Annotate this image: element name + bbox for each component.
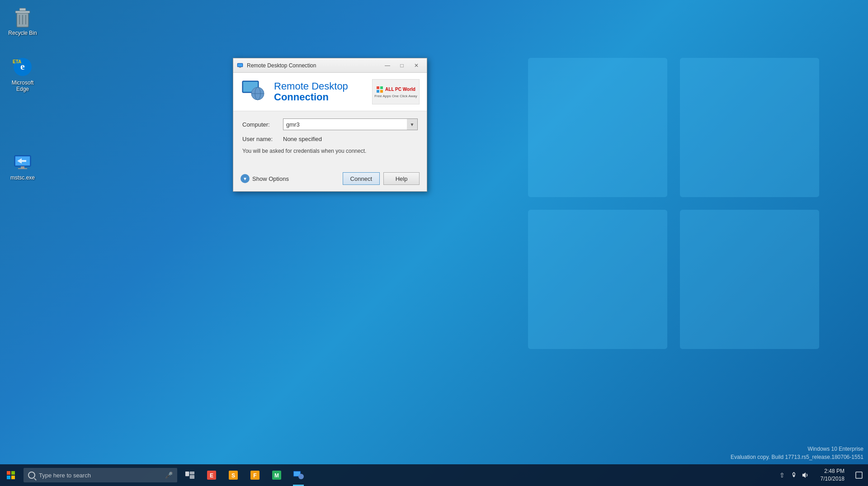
volume-icon[interactable] — [801, 471, 810, 480]
taskbar-app-2[interactable]: S — [222, 464, 244, 486]
svg-text:M: M — [274, 472, 279, 479]
taskbar-app-4[interactable]: M — [266, 464, 288, 486]
dialog-main-title-line2: Connection — [274, 92, 372, 103]
maximize-button[interactable]: □ — [395, 61, 409, 71]
system-tray: ⇧ — [773, 471, 815, 480]
dialog-titlebar-icon — [237, 62, 244, 69]
username-value: None specified — [283, 136, 322, 142]
dialog-titlebar: Remote Desktop Connection — □ ✕ — [233, 58, 427, 73]
dialog-header: Remote Desktop Connection ALL PC World F… — [233, 73, 427, 111]
svg-text:BETA: BETA — [13, 59, 21, 64]
username-label: User name: — [242, 136, 283, 142]
taskbar-app-3[interactable]: F — [244, 464, 266, 486]
svg-text:E: E — [210, 472, 213, 479]
watermark: Windows 10 Enterprise Evaluation copy. B… — [731, 445, 863, 461]
close-button[interactable]: ✕ — [410, 61, 423, 71]
svg-rect-3 — [680, 210, 819, 349]
svg-rect-18 — [238, 64, 242, 66]
desktop: Recycle Bin e BETA Microsoft Edge mstsc.… — [0, 0, 868, 486]
badge-title: ALL PC World — [385, 87, 415, 92]
svg-rect-30 — [11, 471, 15, 475]
info-text: You will be asked for credentials when y… — [242, 148, 418, 154]
tray-expand[interactable]: ⇧ — [778, 471, 787, 480]
dialog-main-title-line1: Remote Desktop — [274, 81, 372, 92]
svg-rect-32 — [11, 476, 15, 479]
mstsc-icon[interactable]: mstsc.exe — [5, 149, 41, 183]
svg-rect-5 — [15, 11, 30, 13]
dialog-header-icon — [241, 78, 268, 105]
start-button[interactable] — [0, 464, 22, 486]
dialog-footer: ▼ Show Options Connect Help — [233, 169, 427, 191]
connect-button[interactable]: Connect — [343, 172, 380, 185]
svg-text:F: F — [253, 472, 256, 479]
svg-rect-35 — [190, 475, 194, 479]
svg-rect-1 — [680, 58, 819, 197]
computer-label: Computer: — [242, 121, 283, 128]
watermark-line1: Windows 10 Enterprise — [731, 445, 863, 453]
badge-content: ALL PC World — [376, 86, 415, 93]
mic-icon: 🎤 — [165, 472, 173, 479]
show-options-icon: ▼ — [241, 174, 250, 183]
dialog-title: Remote Desktop Connection — [247, 62, 381, 69]
taskbar-apps: E S F M — [179, 464, 309, 486]
svg-rect-28 — [380, 90, 383, 93]
search-icon — [28, 472, 35, 479]
computer-select[interactable]: gmr3 — [283, 118, 418, 130]
svg-rect-6 — [19, 8, 26, 11]
svg-rect-29 — [7, 471, 10, 475]
svg-rect-48 — [856, 472, 862, 478]
clock-time: 2:48 PM — [824, 467, 844, 475]
notification-center[interactable] — [850, 464, 868, 486]
show-options-label: Show Options — [252, 175, 289, 182]
svg-marker-47 — [802, 472, 806, 478]
clock-date: 7/10/2018 — [821, 475, 844, 483]
badge: ALL PC World Free Apps One Click Away — [372, 79, 420, 104]
taskbar-app-1[interactable]: E — [201, 464, 222, 486]
mstsc-label: mstsc.exe — [10, 175, 35, 181]
svg-rect-26 — [380, 86, 383, 89]
svg-rect-27 — [377, 90, 379, 93]
svg-rect-34 — [190, 472, 194, 474]
footer-buttons: Connect Help — [343, 172, 420, 185]
help-button[interactable]: Help — [383, 172, 420, 185]
taskbar: Type here to search 🎤 E — [0, 464, 868, 486]
recycle-bin-image — [12, 6, 33, 28]
username-row: User name: None specified — [242, 136, 418, 142]
microsoft-edge-icon[interactable]: e BETA Microsoft Edge — [5, 54, 41, 94]
taskbar-right: ⇧ 2:48 PM 7/ — [773, 464, 868, 486]
search-text: Type here to search — [39, 472, 91, 479]
taskbar-search[interactable]: Type here to search 🎤 — [24, 468, 177, 482]
computer-select-wrapper: gmr3 ▼ — [283, 118, 418, 130]
microsoft-edge-image: e BETA — [12, 56, 33, 78]
windows-logo-bg — [515, 45, 832, 362]
recycle-bin-icon[interactable]: Recycle Bin — [5, 5, 41, 38]
svg-point-46 — [298, 474, 304, 479]
svg-rect-15 — [21, 166, 24, 168]
watermark-line2: Evaluation copy. Build 17713.rs5_release… — [731, 453, 863, 461]
dialog-controls: — □ ✕ — [381, 61, 423, 71]
computer-row: Computer: gmr3 ▼ — [242, 118, 418, 130]
recycle-bin-label: Recycle Bin — [8, 30, 37, 36]
svg-text:S: S — [231, 472, 235, 479]
svg-rect-19 — [239, 67, 241, 68]
taskbar-app-mstsc[interactable] — [288, 464, 309, 486]
taskbar-clock[interactable]: 2:48 PM 7/10/2018 — [815, 467, 850, 483]
microsoft-edge-label: Microsoft Edge — [6, 80, 39, 93]
svg-rect-25 — [377, 86, 379, 89]
mstsc-image — [12, 151, 33, 173]
svg-rect-33 — [185, 472, 189, 476]
svg-rect-2 — [528, 210, 667, 349]
svg-rect-0 — [528, 58, 667, 197]
dialog-body: Computer: gmr3 ▼ User name: None specifi… — [233, 111, 427, 169]
minimize-button[interactable]: — — [381, 61, 394, 71]
show-options[interactable]: ▼ Show Options — [241, 174, 289, 183]
svg-rect-31 — [7, 476, 10, 479]
svg-rect-16 — [18, 168, 27, 169]
taskview-button[interactable] — [179, 464, 201, 486]
remote-desktop-dialog: Remote Desktop Connection — □ ✕ — [233, 58, 427, 192]
badge-subtitle: Free Apps One Click Away — [374, 94, 417, 98]
network-icon[interactable] — [789, 471, 798, 480]
dialog-header-title: Remote Desktop Connection — [274, 81, 372, 103]
